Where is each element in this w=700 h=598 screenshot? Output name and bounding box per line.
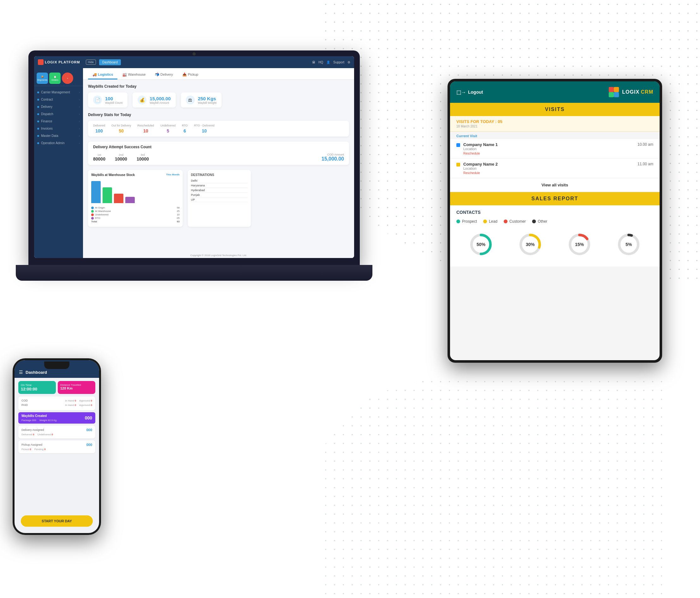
delivery-sub-items: Delivered 0 Undelivered 0	[22, 433, 92, 436]
visits-today-bar: VISITS FOR TODAY : 05 18 March 2021	[450, 116, 659, 132]
attempt-title: Delivery Attempt Success Count	[93, 145, 344, 149]
rto-value: 6	[182, 128, 188, 133]
sub-tabs: 🚚 Logistics 🏭 Warehouse 📬 Delivery 📥 Pic…	[83, 68, 354, 80]
bar-origin	[91, 181, 101, 203]
legend-undelivered: Undelivered 10	[91, 213, 180, 216]
dest-row-haryana: Haryanana	[191, 183, 248, 188]
sidebar-dot-3	[37, 106, 39, 108]
topbar-support: Support	[333, 60, 344, 64]
phone-pickup-section: Pickup Assigned 000 Picked 0 Pending 0	[18, 440, 95, 453]
chart-card: Waybills at Warehouse Stock This Month	[88, 170, 183, 227]
status-distance: Distance Travelled 120 Km	[58, 381, 95, 394]
laptop-logo: LOGIX PLATFORM	[38, 59, 80, 65]
sidebar-item-contract[interactable]: Contract ›	[34, 96, 83, 103]
waybill-amount-icon: 💰	[138, 96, 146, 104]
chevron-icon-7: ›	[79, 134, 80, 137]
sidebar-create[interactable]: +	[62, 73, 73, 84]
sidebar-orders[interactable]: 📋 Orders	[49, 73, 60, 84]
phone: ☰ Dashboard On Time 12:00:00 Distance Tr…	[12, 358, 101, 535]
phone-waybills-bar: Waybills Created Package 000 Weight 82.9…	[18, 412, 95, 423]
sidebar-item-finance[interactable]: Finance ›	[34, 118, 83, 125]
phone-delivery-section: Delivery Assigned 000 Delivered 0 Undeli…	[18, 425, 95, 438]
legend-label-warehouse: At Warehouse	[95, 210, 111, 213]
cod-box: COD Amount 15,000.00	[322, 153, 344, 162]
stat-rescheduled: Rescheduled 10	[138, 124, 154, 133]
chevron-icon-5: ›	[79, 120, 80, 123]
sidebar-dot-4	[37, 113, 39, 115]
logout-button[interactable]: ⬚→ Logout	[456, 89, 483, 95]
legend-dot-undelivered	[91, 213, 94, 216]
sidebar-item-delivery[interactable]: Delivery ›	[34, 103, 83, 110]
cod-label: COD Amount	[322, 153, 344, 156]
cod-in-hand-value: 0	[75, 399, 76, 402]
sub-tab-logistics[interactable]: 🚚 Logistics	[88, 71, 118, 79]
legend-label-total: Total	[91, 220, 97, 223]
laptop-screen: LOGIX PLATFORM Hide Dashboard 🏛 HQ 👤 Sup…	[34, 56, 354, 258]
dest-row-hyderabad: Hyderabad	[191, 188, 248, 193]
sub-tab-delivery[interactable]: 📬 Delivery	[151, 71, 177, 79]
visit-reschedule-2[interactable]: Reschedule	[463, 171, 634, 175]
legend-count-total: 93	[177, 220, 180, 223]
distance-km: 120 Km	[60, 386, 93, 390]
legend-dot-warehouse	[91, 210, 94, 213]
sidebar-item-invoices[interactable]: Invoices ›	[34, 125, 83, 132]
contacts-title: CONTACTS	[456, 210, 653, 215]
chart-legend: At Origin 58 At Warehouse 25	[91, 206, 180, 223]
chart-filter[interactable]: This Month	[166, 173, 180, 177]
distance-label: Distance Travelled	[60, 384, 93, 386]
legend-warehouse: At Warehouse 25	[91, 210, 180, 213]
attempt-1st: 1st 80000	[93, 153, 105, 161]
menu-icon[interactable]: ☰	[19, 370, 23, 375]
weight-value: 82.9 Kg	[48, 419, 57, 422]
visit-item-1: Company Name 1 Location Reschedule 10.00…	[450, 139, 659, 159]
legend-prospect: Prospect	[456, 219, 477, 224]
legend-count-warehouse: 25	[177, 210, 180, 213]
start-day-button[interactable]: START YOUR DAY	[21, 515, 93, 527]
visit-company-2: Company Name 2	[463, 162, 634, 166]
bg-dots-bottom	[321, 377, 669, 598]
waybill-count-icon: 📄	[93, 96, 102, 104]
waybills-stats: 📄 100 Waybill Count 💰 15,000.00 Waybill …	[88, 93, 349, 108]
waybills-bar-info: Waybills Created Package 000 Weight 82.9…	[22, 414, 56, 422]
picked-sub-val: 0	[30, 448, 31, 451]
sub-tab-pickup[interactable]: 📥 Pickup	[178, 71, 203, 79]
delivered-label: Delivered	[93, 124, 105, 127]
nav-tab-dashboard[interactable]: Dashboard	[99, 59, 121, 65]
visits-date: 18 March 2021	[456, 125, 653, 128]
rescheduled-value: 10	[138, 128, 154, 133]
waybill-amount-info: 15,000.00 Waybill Amount	[150, 96, 171, 104]
sidebar-item-carrier[interactable]: Carrier Management ›	[34, 88, 83, 96]
contacts-legend: Prospect Lead Customer Other	[456, 219, 653, 224]
cod-approved-label: Approved 0	[79, 399, 92, 402]
view-all-button[interactable]: View all visits	[450, 178, 659, 192]
sidebar-item-dispatch[interactable]: Dispatch ›	[34, 110, 83, 118]
attempt-section: Delivery Attempt Success Count 1st 80000…	[88, 141, 349, 165]
hide-button[interactable]: Hide	[86, 60, 96, 64]
undelivered-value: 5	[160, 128, 175, 133]
sidebar-item-operations[interactable]: Operation Admin ›	[34, 139, 83, 147]
laptop-base	[16, 265, 372, 281]
visit-reschedule-1[interactable]: Reschedule	[463, 152, 634, 155]
legend-lead: Lead	[483, 219, 497, 224]
nav-tabs: Dashboard	[99, 59, 121, 65]
legend-rto: RTO 05	[91, 217, 180, 219]
donut-other: 5%	[616, 232, 641, 259]
visit-location-2: Location	[463, 166, 634, 170]
dest-row-up: UP	[191, 198, 248, 202]
picked-sub: Picked 0	[22, 448, 31, 451]
sidebar-item-masterdata[interactable]: Master Data ›	[34, 132, 83, 139]
legend-total: Total 93	[91, 220, 180, 223]
stat-undelivered: Undelivered 5	[160, 124, 175, 133]
waybill-count-info: 100 Waybill Count	[105, 96, 122, 104]
warehouse-icon: 🏭	[122, 73, 128, 76]
waybills-title: Waybills Created	[22, 414, 56, 418]
attempt-row: 1st 80000 2nd 10000 3rd 10000	[93, 153, 344, 162]
topbar-icons: 🏛 HQ 👤 Support ⚙	[312, 60, 350, 64]
cod-approved-value: 0	[91, 399, 92, 402]
sidebar-shipments[interactable]: 📦 Shipments	[36, 73, 48, 84]
destinations-title: DESTINATIONS	[191, 173, 248, 177]
chevron-icon-4: ›	[79, 112, 80, 116]
sub-tab-warehouse[interactable]: 🏭 Warehouse	[118, 71, 150, 79]
sidebar-label-contract: Contract	[41, 98, 53, 101]
settings-icon[interactable]: ⚙	[348, 60, 350, 64]
